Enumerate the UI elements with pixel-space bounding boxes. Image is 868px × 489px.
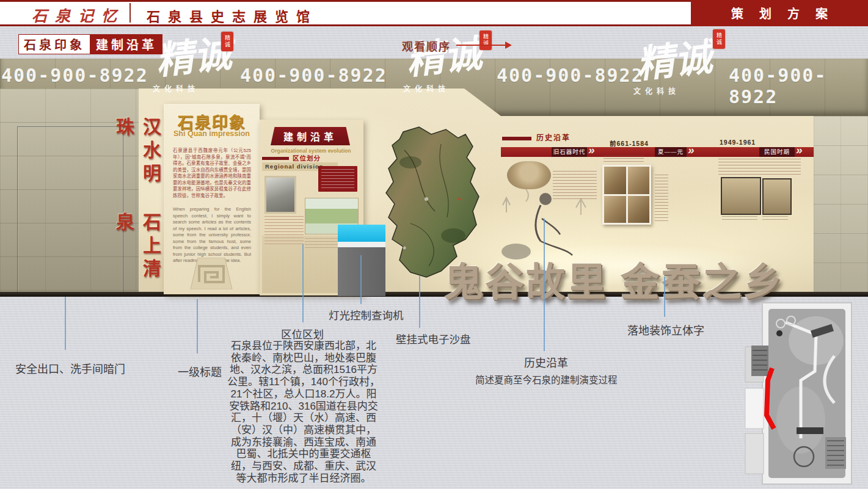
timeline-date-1: 前661-1584 (610, 139, 649, 148)
seal-stamp-icon: 精诚 (480, 31, 492, 50)
seal-stamp-icon: 精诚 (221, 32, 233, 51)
annotation-region-text: 石泉县位于陕西安康西北部，北依秦岭、南枕巴山，地处秦巴腹地、汉水之滨，总面积15… (227, 340, 380, 484)
intro-red-box (318, 166, 357, 192)
watermark-brand-sub: 文化科技 (403, 83, 450, 93)
intro-text-lines (321, 169, 354, 189)
slogan-hanshui: 汉水明珠 (142, 117, 164, 209)
seal-stamp-icon: 精诚 (713, 29, 725, 49)
watermark-phone: 400-900-8922 (1, 65, 148, 86)
grid-caption-lines (604, 155, 644, 162)
watermark-brand-sub: 文化科技 (153, 83, 199, 93)
impression-subtitle: Shi Quan impression (164, 129, 260, 138)
photo-caption-lines (722, 216, 757, 220)
evolution-plaque: 建制沿革 (271, 127, 350, 145)
annotation-region-title: 区位区划 (226, 326, 379, 341)
view-order-arrow-line (456, 45, 505, 46)
grid-photo (604, 167, 626, 194)
leader-line-kiosk (360, 255, 362, 304)
header-divider (129, 3, 131, 23)
section-rule (262, 157, 289, 160)
view-order-arrowhead-icon (505, 42, 512, 49)
grid-photo (628, 167, 650, 194)
watermark-brand: 精诚 (635, 40, 713, 82)
brand-logo: 石泉记忆 (32, 4, 125, 26)
plan-badge: 策划方案 (691, 0, 868, 26)
tab-organizational-evolution[interactable]: 建制沿革 (90, 34, 162, 54)
timeline-date-2: 1949-1961 (720, 139, 756, 146)
floor-letters: 鬼谷故里 金蚕之乡 (444, 250, 784, 306)
annotation-history-title: 历史沿革 (524, 354, 568, 370)
impression-cn-text: 石泉建县于西魏废帝元年（公元525年），因“城南石隙多泉，泉流不竭”而得名。石泉… (173, 148, 251, 199)
impression-en-text: When preparing for the English speech co… (173, 206, 251, 264)
page: 石泉记忆 石泉县史志展览馆 策划方案 石泉印象 建制沿革 观看顺序 汉水明珠 石… (0, 0, 868, 489)
chevron-icon: » (688, 143, 695, 157)
page-title: 石泉县史志展览馆 (147, 5, 318, 25)
republic-photo-2 (762, 178, 792, 215)
section-label: 区位划分 (293, 153, 321, 162)
annotation-exit-door: 安全出口、洗手间暗门 (15, 360, 125, 376)
relief-logo (182, 258, 241, 289)
side-caption-lines (655, 175, 668, 223)
timeline-era-republic: 民国时期 (759, 147, 795, 157)
view-order-label: 观看顺序 (402, 38, 451, 54)
tab-shiquan-impression[interactable]: 石泉印象 (18, 34, 90, 54)
watermark-brand-sub: 文化科技 (633, 85, 680, 96)
timeline-era-xia-yuan: 夏——元 (655, 147, 687, 157)
watermark-phone: 400-900-8922 (240, 65, 387, 86)
era-text-lines (553, 171, 597, 201)
annotation-level1-title: 一级标题 (178, 363, 222, 379)
annotation-letters: 落地装饰立体字 (627, 322, 704, 338)
watermark-phone: 400-900-8922 (729, 65, 868, 107)
photo-grid (602, 165, 651, 225)
grid-photo (628, 196, 650, 223)
annotation-history-desc: 简述夏商至今石泉的建制演变过程 (475, 372, 618, 386)
leader-line-region (302, 244, 304, 322)
impression-panel: 石泉印象 Shi Quan impression 石泉建县于西魏废帝元年（公元5… (164, 104, 260, 294)
annotation-sandtable: 壁挂式电子沙盘 (396, 331, 471, 346)
historic-map-photo (264, 176, 296, 214)
slogan-shishang: 石上清泉 (142, 212, 164, 304)
leader-line-history (544, 219, 545, 351)
photo-caption-lines (762, 216, 788, 220)
hidden-door-outline (17, 126, 123, 294)
leader-line-sandtable (419, 276, 420, 328)
annotation-kiosk: 灯光控制查询机 (329, 307, 404, 322)
republic-text-lines (718, 159, 801, 175)
history-section-label: 历史沿革 (536, 132, 571, 142)
leader-line-title (197, 299, 198, 353)
timeline-era-paleolithic: 旧石器时代 (552, 147, 587, 157)
floorplan-thumbnail (743, 298, 868, 489)
chevron-icon: » (796, 143, 803, 157)
chevron-icon: » (588, 143, 595, 157)
watermark-phone: 400-900-8922 (497, 65, 644, 86)
leader-line-letters (664, 277, 665, 317)
leader-line-exit (65, 297, 66, 350)
history-section-rule (502, 137, 531, 140)
republic-photo-1 (721, 177, 761, 215)
grid-photo (604, 196, 626, 223)
